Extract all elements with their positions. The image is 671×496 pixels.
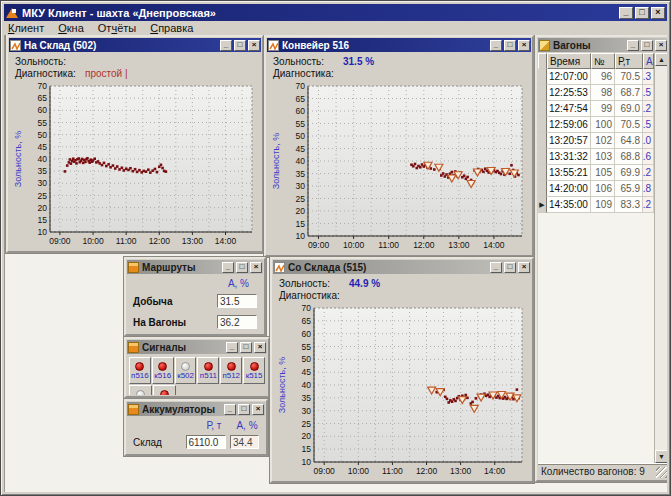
table-cell[interactable]: 12:25:53 bbox=[547, 85, 591, 101]
column-header[interactable]: Время bbox=[547, 53, 591, 69]
so-sklada-titlebar[interactable]: Со Склада (515) _ □ × bbox=[273, 260, 531, 274]
row-selector[interactable] bbox=[538, 69, 547, 85]
close-button[interactable]: × bbox=[254, 342, 266, 353]
table-row[interactable]: 13:20:5710264.831.0 bbox=[538, 133, 654, 149]
close-button[interactable]: × bbox=[518, 262, 530, 273]
table-cell[interactable]: 65.9 bbox=[615, 181, 643, 197]
close-button[interactable]: × bbox=[518, 40, 530, 51]
signal-button-п516[interactable]: п516 bbox=[129, 357, 151, 384]
table-row[interactable]: 12:47:549969.033.2 bbox=[538, 101, 654, 117]
table-cell[interactable]: 14:20:00 bbox=[547, 181, 591, 197]
table-row[interactable]: 12:59:0610070.534.5 bbox=[538, 117, 654, 133]
table-cell[interactable]: 34.5 bbox=[643, 117, 654, 133]
accumulators-titlebar[interactable]: Аккумуляторы _ □ × bbox=[127, 402, 265, 416]
scroll-track[interactable] bbox=[655, 66, 667, 450]
table-cell[interactable]: 105 bbox=[591, 165, 615, 181]
close-button[interactable]: × bbox=[252, 404, 264, 415]
na-sklad-titlebar[interactable]: На Склад (502) _ □ × bbox=[9, 38, 261, 52]
minimize-button[interactable]: _ bbox=[619, 7, 633, 19]
row-selector[interactable] bbox=[538, 133, 547, 149]
row-selector[interactable] bbox=[538, 85, 547, 101]
table-cell[interactable]: 12:47:54 bbox=[547, 101, 591, 117]
row-selector[interactable] bbox=[538, 165, 547, 181]
table-cell[interactable]: 69.0 bbox=[615, 101, 643, 117]
table-cell[interactable]: 36.2 bbox=[643, 165, 654, 181]
maximize-button[interactable]: □ bbox=[504, 40, 516, 51]
table-row[interactable]: 12:07:009670.538.3 bbox=[538, 69, 654, 85]
menu-item[interactable]: Клиент bbox=[8, 22, 44, 34]
resize-grip[interactable] bbox=[656, 467, 667, 478]
row-selector[interactable] bbox=[538, 181, 547, 197]
table-cell[interactable]: 96 bbox=[591, 69, 615, 85]
table-row[interactable]: 14:20:0010665.935.8 bbox=[538, 181, 654, 197]
table-cell[interactable]: 14:35:00 bbox=[547, 197, 591, 213]
table-cell[interactable]: 109 bbox=[591, 197, 615, 213]
table-cell[interactable]: 70.5 bbox=[615, 69, 643, 85]
table-cell[interactable]: 99 bbox=[591, 101, 615, 117]
table-cell[interactable]: 13:55:21 bbox=[547, 165, 591, 181]
row-selector[interactable]: ▶ bbox=[538, 197, 547, 213]
table-cell[interactable]: 35.8 bbox=[643, 181, 654, 197]
row-selector[interactable] bbox=[538, 101, 547, 117]
conveyor-titlebar[interactable]: Конвейер 516 _ □ × bbox=[267, 38, 531, 52]
maximize-button[interactable]: □ bbox=[234, 40, 246, 51]
signal-button-кв[interactable]: кв bbox=[129, 385, 152, 395]
column-header[interactable]: № bbox=[591, 53, 615, 69]
table-cell[interactable]: 33.2 bbox=[643, 101, 654, 117]
stock-tons-field[interactable]: 6110.0 bbox=[186, 435, 226, 449]
minimize-button[interactable]: _ bbox=[226, 342, 238, 353]
table-cell[interactable]: 68.7 bbox=[615, 85, 643, 101]
close-button[interactable]: × bbox=[651, 7, 665, 19]
menu-item[interactable]: Окна bbox=[58, 22, 84, 34]
signals-titlebar[interactable]: Сигналы _ □ × bbox=[127, 340, 267, 354]
signal-button-п511[interactable]: п511 bbox=[197, 357, 219, 384]
minimize-button[interactable]: _ bbox=[224, 404, 236, 415]
table-cell[interactable]: 35.2 bbox=[643, 197, 654, 213]
wagons-titlebar[interactable]: Вагоны _ □ × bbox=[538, 38, 667, 52]
menu-item[interactable]: Отчёты bbox=[98, 22, 136, 34]
minimize-button[interactable]: _ bbox=[222, 262, 234, 273]
signal-button-п512[interactable]: п512 bbox=[220, 357, 242, 384]
table-cell[interactable]: 37.5 bbox=[643, 85, 654, 101]
routes-titlebar[interactable]: Маршруты _ □ × bbox=[127, 260, 263, 274]
table-cell[interactable]: 102 bbox=[591, 133, 615, 149]
route-ash-field[interactable]: 31.5 bbox=[217, 294, 257, 308]
close-button[interactable]: × bbox=[248, 40, 260, 51]
table-cell[interactable]: 13:20:57 bbox=[547, 133, 591, 149]
stock-ash-field[interactable]: 34.4 bbox=[230, 435, 259, 449]
table-cell[interactable]: 68.8 bbox=[615, 149, 643, 165]
table-row[interactable]: 12:25:539868.737.5 bbox=[538, 85, 654, 101]
menu-item[interactable]: Справка bbox=[150, 22, 193, 34]
table-cell[interactable]: 83.3 bbox=[615, 197, 643, 213]
route-ash-field[interactable]: 36.2 bbox=[217, 315, 257, 329]
table-cell[interactable]: 12:07:00 bbox=[547, 69, 591, 85]
scroll-down-button[interactable]: ▼ bbox=[655, 450, 667, 463]
signal-button-к516[interactable]: к516 bbox=[152, 357, 174, 384]
main-titlebar[interactable]: МКУ Клиент - шахта «Днепровская» _ □ × bbox=[4, 4, 667, 21]
maximize-button[interactable]: □ bbox=[641, 40, 653, 51]
table-row[interactable]: 13:31:3210368.835.6 bbox=[538, 149, 654, 165]
table-cell[interactable]: 31.0 bbox=[643, 133, 654, 149]
table-cell[interactable]: 35.6 bbox=[643, 149, 654, 165]
table-cell[interactable]: 106 bbox=[591, 181, 615, 197]
table-cell[interactable]: 69.9 bbox=[615, 165, 643, 181]
table-cell[interactable]: 98 bbox=[591, 85, 615, 101]
signal-button-к515[interactable]: к515 bbox=[243, 357, 265, 384]
minimize-button[interactable]: _ bbox=[627, 40, 639, 51]
minimize-button[interactable]: _ bbox=[490, 40, 502, 51]
table-cell[interactable]: 38.3 bbox=[643, 69, 654, 85]
maximize-button[interactable]: □ bbox=[236, 262, 248, 273]
maximize-button[interactable]: □ bbox=[504, 262, 516, 273]
row-selector[interactable] bbox=[538, 149, 547, 165]
signal-button-ток[interactable]: ток bbox=[153, 385, 176, 395]
minimize-button[interactable]: _ bbox=[490, 262, 502, 273]
table-cell[interactable]: 100 bbox=[591, 117, 615, 133]
signal-button-к502[interactable]: к502 bbox=[175, 357, 197, 384]
maximize-button[interactable]: □ bbox=[238, 404, 250, 415]
close-button[interactable]: × bbox=[655, 40, 667, 51]
table-cell[interactable]: 64.8 bbox=[615, 133, 643, 149]
minimize-button[interactable]: _ bbox=[220, 40, 232, 51]
table-row[interactable]: ▶14:35:0010983.335.2 bbox=[538, 197, 654, 213]
maximize-button[interactable]: □ bbox=[240, 342, 252, 353]
table-cell[interactable]: 103 bbox=[591, 149, 615, 165]
